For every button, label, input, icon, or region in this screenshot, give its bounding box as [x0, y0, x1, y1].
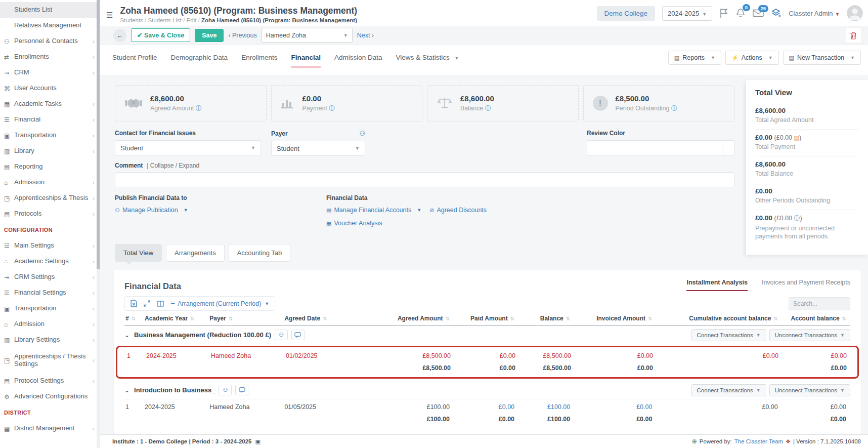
col-header-academic-year[interactable]: Academic Year⇅ — [144, 311, 208, 326]
sidebar-item[interactable]: ⚙ Advanced Configurations ‹ — [0, 389, 100, 404]
tab-views-statistics[interactable]: Views & Statistics ▼ — [396, 54, 459, 68]
sidebar-item[interactable]: ☰ Financial ‹ — [0, 112, 100, 128]
sidebar-item[interactable]: ◳ Apprenticeships / Thesis Settings ‹ — [0, 348, 100, 373]
paid-amount-link[interactable]: £0.00 — [454, 399, 518, 415]
tab-student-profile[interactable]: Student Profile — [112, 54, 157, 68]
group-comments-icon-button[interactable] — [291, 330, 305, 340]
sidebar-item[interactable]: ⌘ User Accounts ‹ — [0, 80, 100, 96]
col-header-cumulative-balance[interactable]: Cumulative account balance⇅ — [656, 311, 782, 326]
next-record-link[interactable]: Next › — [357, 32, 374, 39]
payer-select[interactable]: Student▼ — [271, 141, 365, 156]
sidebar-item[interactable]: ▥ Library Settings ‹ — [0, 332, 100, 348]
flag-icon[interactable] — [719, 8, 728, 18]
group-payers-icon-button[interactable]: ⚇ — [275, 330, 288, 340]
tab-accounting-tab[interactable]: Accounting Tab — [229, 244, 291, 262]
col-header-agreed-date[interactable]: Agreed Date⇅ — [283, 311, 353, 326]
sidebar-item[interactable]: ☰ Financial Settings ‹ — [0, 285, 100, 301]
unconnect-transactions-button[interactable]: Unconnect Transactions▼ — [769, 384, 850, 396]
col-header-index[interactable]: #⇅ — [124, 311, 144, 326]
sidebar-item[interactable]: ▦ District Management ‹ — [0, 421, 100, 436]
col-header-paid-amount[interactable]: Paid Amount⇅ — [454, 311, 518, 326]
sidebar-item[interactable]: ▤ Protocols ‹ — [0, 206, 100, 222]
collapse-caret-icon[interactable]: ⌄ — [124, 387, 129, 394]
sidebar-item[interactable]: ⇝ CRM ‹ — [0, 65, 100, 80]
breadcrumb-item[interactable]: Edit — [187, 17, 201, 23]
col-header-agreed-amount[interactable]: Agreed Amount⇅ — [354, 311, 454, 326]
collapse-caret-icon[interactable]: ⌄ — [124, 332, 129, 339]
classter-team-link[interactable]: The Classter Team — [734, 438, 783, 444]
save-button[interactable]: Save — [195, 29, 224, 42]
tab-enrollments[interactable]: Enrollments — [241, 54, 277, 68]
invoiced-amount-link[interactable]: £0.00 — [574, 399, 656, 415]
previous-record-link[interactable]: ‹ Previous — [228, 32, 256, 39]
manage-publication-link[interactable]: ⚇Manage Publication▼ — [115, 207, 188, 214]
notifications-bell-icon[interactable]: 0 — [735, 8, 746, 19]
group-payers-icon-button[interactable]: ⚇ — [219, 385, 232, 395]
sidebar-item[interactable]: ∴ Academic Settings ‹ — [0, 254, 100, 269]
sidebar-item[interactable]: Students List ‹ — [0, 2, 100, 18]
save-and-close-button[interactable]: ✔ Save & Close — [131, 28, 190, 42]
delete-button[interactable] — [846, 28, 861, 43]
academic-year-dropdown[interactable]: 2024-2025▼ — [662, 6, 712, 21]
tab-arrangements[interactable]: Arrangements — [166, 244, 225, 262]
unconnect-transactions-button[interactable]: Unconnect Transactions▼ — [769, 329, 850, 341]
tab-installment-analysis[interactable]: Installment Analysis — [686, 279, 747, 291]
connect-transactions-button[interactable]: Connect Transactions▼ — [691, 329, 766, 341]
payer-copy-icon[interactable]: ⚇ — [359, 130, 365, 137]
sidebar-item[interactable]: ⌂ Admission ‹ — [0, 175, 100, 190]
comment-input[interactable] — [115, 172, 734, 187]
sidebar-item[interactable]: Relatives Management ‹ — [0, 18, 100, 33]
export-excel-icon[interactable] — [131, 300, 137, 307]
col-header-account-balance[interactable]: Account balance⇅ — [782, 311, 850, 326]
table-search-input[interactable] — [789, 297, 850, 310]
student-selector-dropdown[interactable]: Hameed Zoha▼ — [262, 28, 353, 43]
institute-button[interactable]: Demo College — [597, 6, 656, 21]
info-icon[interactable]: ⓘ — [671, 105, 677, 112]
sidebar-item[interactable]: ⚇ Personnel & Contacts ‹ — [0, 33, 100, 49]
info-icon[interactable]: ⓘ — [794, 215, 800, 222]
clipboard-icon[interactable]: ▣ — [255, 438, 260, 445]
breadcrumb-item[interactable]: Students List — [148, 17, 186, 23]
contact-for-financial-issues-select[interactable]: Student▼ — [115, 140, 261, 155]
info-icon[interactable]: ⓘ — [329, 105, 335, 112]
tab-demographic-data[interactable]: Demographic Data — [171, 54, 228, 68]
balance-link[interactable]: £100.00 — [518, 399, 574, 415]
agreed-discounts-link[interactable]: ⊘Agreed Discounts — [429, 207, 487, 214]
tab-admission-data[interactable]: Admission Data — [334, 54, 382, 68]
new-transaction-button[interactable]: ▤New Transaction▼ — [783, 51, 861, 65]
manage-financial-accounts-link[interactable]: ▤Manage Financial Accounts▼ — [326, 207, 421, 214]
tab-total-view[interactable]: Total View — [115, 244, 162, 262]
breadcrumb-item[interactable]: Students — [120, 17, 148, 23]
table-row[interactable]: 1 2024-2025 Hameed Zoha 01/05/2025 £100.… — [124, 399, 850, 415]
arrangement-period-dropdown[interactable]: ☰Arrangement (Current Period)▼ — [170, 300, 269, 307]
review-color-input[interactable] — [587, 140, 723, 155]
info-icon[interactable]: ⓘ — [196, 105, 202, 112]
sidebar-item[interactable]: ☱ Main Settings ‹ — [0, 238, 100, 254]
reports-button[interactable]: ▤Reports▼ — [668, 51, 721, 65]
sidebar-item[interactable]: ⇝ CRM Settings ‹ — [0, 269, 100, 285]
avatar[interactable] — [847, 5, 863, 21]
quick-add-layers-icon[interactable] — [771, 8, 782, 18]
voucher-analysis-link[interactable]: ▦Voucher Analysis — [326, 220, 382, 227]
actions-button[interactable]: ⚡Actions▼ — [725, 51, 779, 65]
connect-transactions-button[interactable]: Connect Transactions▼ — [691, 384, 766, 396]
col-header-balance[interactable]: Balance⇅ — [518, 311, 574, 326]
user-menu[interactable]: Classter Admin ▼ — [789, 10, 840, 17]
sidebar-item[interactable]: ▥ Library ‹ — [0, 143, 100, 159]
col-header-payer[interactable]: Payer⇅ — [208, 311, 283, 326]
sidebar-item[interactable]: ⇄ Enrollments ‹ — [0, 49, 100, 65]
tab-financial[interactable]: Financial — [291, 54, 321, 68]
col-header-invoiced-amount[interactable]: Invoiced Amount⇅ — [574, 311, 656, 326]
sidebar-item[interactable]: ▦ Academic Tasks ‹ — [0, 96, 100, 112]
messages-envelope-icon[interactable]: 25 — [753, 9, 764, 18]
sidebar-item[interactable]: ▤ Protocol Settings ‹ — [0, 373, 100, 389]
tab-invoices-payment-receipts[interactable]: Invoices and Payment Receipts — [762, 279, 850, 291]
sidebar-item[interactable]: ▣ Transportation ‹ — [0, 301, 100, 316]
table-row[interactable]: 1 2024-2025 Hameed Zoha 01/02/2025 £8,50… — [126, 348, 851, 363]
sidebar-item[interactable]: ▣ Transportation ‹ — [0, 128, 100, 143]
sidebar-item[interactable]: ◳ Apprenticeships & Thesis ‹ — [0, 190, 100, 206]
review-color-picker-addon[interactable] — [723, 140, 734, 155]
back-button[interactable]: ← — [113, 29, 126, 42]
columns-icon[interactable] — [157, 301, 164, 307]
sidebar-scrollbar[interactable] — [97, 0, 100, 448]
